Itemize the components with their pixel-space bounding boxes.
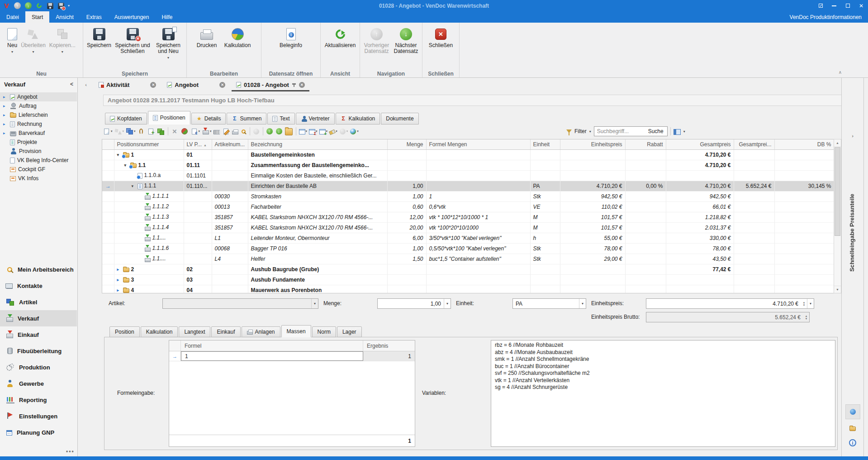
kalkulation-button[interactable]: Kalkulation: [220, 25, 255, 50]
artikelnummer-cell[interactable]: 00013: [212, 201, 248, 212]
module-produktion[interactable]: Produktion: [0, 359, 77, 375]
einheitspreis-cell[interactable]: 101,57 €: [560, 212, 625, 222]
artikelnummer-cell[interactable]: L1: [212, 233, 248, 243]
einheitspreis-cell[interactable]: [560, 264, 625, 274]
table-row[interactable]: 1.1.1 01.110... Einrichten der Baustelle…: [102, 181, 834, 191]
column-header[interactable]: Formel Mengen: [426, 139, 530, 149]
indicator-column-header[interactable]: [102, 139, 114, 149]
formel-cell[interactable]: [426, 274, 530, 285]
neu-button[interactable]: Neu: [5, 25, 19, 56]
expand-icon[interactable]: [3, 122, 8, 126]
gesamtpreis-cell[interactable]: [666, 274, 734, 285]
db-cell[interactable]: [774, 254, 834, 264]
bezeichnung-cell[interactable]: Baustellengemeinkosten: [248, 149, 387, 160]
menge-cell[interactable]: 1,00: [387, 181, 426, 191]
artikelnummer-cell[interactable]: [212, 181, 248, 191]
gesamtpreis-cell[interactable]: 43,50 €: [666, 254, 734, 264]
rabatt-cell[interactable]: 0,00 %: [625, 181, 666, 191]
table-row[interactable]: 4 04 Mauerwerk aus Porenbeton: [102, 285, 834, 293]
gesamtpreis-cell[interactable]: 78,00 €: [666, 243, 734, 254]
sidebar-item-barverkauf[interactable]: Barverkauf: [0, 129, 77, 138]
gesamtpreis-brutto-cell[interactable]: [734, 170, 774, 181]
format-eraser-icon[interactable]: ▾: [328, 126, 338, 137]
sidebar-item-vk-beleg-info-center[interactable]: VK Beleg Info-Center: [0, 156, 77, 165]
barcode-icon[interactable]: [213, 126, 221, 137]
formel-cell[interactable]: [426, 149, 530, 160]
column-header[interactable]: DB %: [774, 139, 834, 149]
beleginfo-button[interactable]: Beleginfo: [270, 25, 311, 50]
einheitspreis-brutto-field[interactable]: 5.652,24 € ▲▼: [646, 312, 810, 322]
lv-cell[interactable]: 01: [184, 149, 212, 160]
sidebar-overflow-icon[interactable]: •••: [66, 448, 75, 455]
lv-cell[interactable]: 01.110...: [184, 181, 212, 191]
menge-cell[interactable]: 12,00: [387, 212, 426, 222]
sidebar-item-cockpit-gf[interactable]: Cockpit GF: [0, 165, 77, 174]
artikelnummer-cell[interactable]: 00068: [212, 243, 248, 254]
qat-refresh-button[interactable]: [35, 2, 43, 10]
scroll-down-icon[interactable]: ▼: [834, 286, 841, 293]
gesamtpreis-cell[interactable]: 330,00 €: [666, 233, 734, 243]
table-row[interactable]: 1.1.... L4 Helfer 1,50 buc*1,5 "Containe…: [102, 254, 834, 264]
search-icon[interactable]: [240, 126, 248, 137]
tab-kalkulation[interactable]: Kalkulation: [336, 113, 380, 125]
menge-field[interactable]: 1,00▾: [377, 298, 451, 309]
gesamtpreis-cell[interactable]: [666, 285, 734, 293]
qat-next-button[interactable]: ↓: [24, 2, 32, 10]
gesamtpreis-brutto-cell[interactable]: [734, 149, 774, 160]
menu-tab-start[interactable]: Start: [25, 11, 49, 23]
table-row[interactable]: 1.1.... L1 Leitender Monteur, Obermonteu…: [102, 233, 834, 243]
scroll-up-icon[interactable]: ▲: [834, 139, 841, 147]
bezeichnung-cell[interactable]: Leitender Monteur, Obermonteur: [248, 233, 387, 243]
expand-icon[interactable]: [3, 113, 8, 117]
lv-cell[interactable]: 01.1101: [184, 170, 212, 181]
lv-cell[interactable]: 03: [184, 274, 212, 285]
rabatt-cell[interactable]: [625, 285, 666, 293]
position-number-cell[interactable]: 1: [114, 149, 184, 160]
add-page-icon[interactable]: [146, 126, 156, 137]
einheitspreis-cell[interactable]: 110,02 €: [560, 201, 625, 212]
tab-text[interactable]: Text: [267, 113, 294, 125]
menge-cell[interactable]: 20,00: [387, 222, 426, 233]
rabatt-cell[interactable]: [625, 201, 666, 212]
gesamtpreis-cell[interactable]: 66,01 €: [666, 201, 734, 212]
column-header[interactable]: Einheit: [530, 139, 560, 149]
position-number-cell[interactable]: 1.1.1: [114, 181, 184, 191]
rabatt-cell[interactable]: [625, 149, 666, 160]
gesamtpreis-brutto-cell[interactable]: [734, 285, 774, 293]
module-mein-arbeitsbereich[interactable]: Mein Arbeitsbereich: [0, 261, 77, 278]
column-header[interactable]: Artikelnum...: [212, 139, 248, 149]
db-cell[interactable]: [774, 285, 834, 293]
import-icon[interactable]: ▾: [201, 126, 213, 137]
tab-langtext[interactable]: Langtext: [179, 326, 210, 337]
einheitspreis-cell[interactable]: [560, 285, 625, 293]
formel-cell[interactable]: [426, 170, 530, 181]
lv-cell[interactable]: 01.11: [184, 160, 212, 170]
gesamtpreis-cell[interactable]: 942,50 €: [666, 191, 734, 201]
doc-tab-aktivitaet[interactable]: Aktivität: [94, 78, 161, 91]
position-number-cell[interactable]: 1.1.1.3: [114, 212, 184, 222]
einheit-cell[interactable]: [530, 170, 560, 181]
expand-icon[interactable]: [3, 95, 8, 99]
variablen-textarea[interactable]: rbz = 6 //Monate Rohbauzeit abz = 4 //Mo…: [491, 340, 835, 447]
table-row[interactable]: 1.1.1.6 00068 Bagger TP 016 1,00 0,5/50*…: [102, 243, 834, 254]
close-tab-icon[interactable]: [219, 82, 225, 88]
position-number-cell[interactable]: 1.1.0.a: [114, 170, 184, 181]
gesamtpreis-cell[interactable]: 4.710,20 €: [666, 181, 734, 191]
formel-cell[interactable]: [426, 264, 530, 274]
einheit-cell[interactable]: [530, 160, 560, 170]
info-icon[interactable]: i: [849, 439, 856, 446]
einheit-combobox[interactable]: PA▾: [512, 298, 586, 309]
einheit-cell[interactable]: h: [530, 233, 560, 243]
sphere-button[interactable]: [845, 404, 860, 419]
artikelnummer-cell[interactable]: [212, 170, 248, 181]
gesamtpreis-cell[interactable]: 77,42 €: [666, 264, 734, 274]
column-header[interactable]: Gesamtprei...: [734, 139, 774, 149]
sidebar-item-projekte[interactable]: Projekte: [0, 138, 77, 147]
db-cell[interactable]: [774, 274, 834, 285]
tab-details[interactable]: Details: [191, 113, 226, 125]
gesamtpreis-cell[interactable]: [666, 170, 734, 181]
attachment-icon[interactable]: [137, 126, 146, 137]
einheit-cell[interactable]: [530, 149, 560, 160]
drucken-button[interactable]: Drucken: [193, 25, 220, 50]
position-number-cell[interactable]: 4: [114, 285, 184, 293]
